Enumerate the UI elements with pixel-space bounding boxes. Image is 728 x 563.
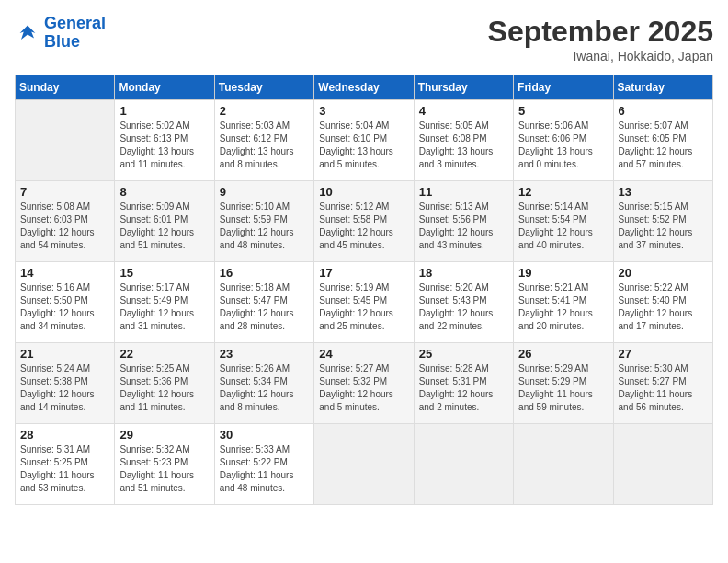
day-info: Sunrise: 5:25 AM Sunset: 5:36 PM Dayligh… xyxy=(119,362,209,414)
calendar-cell: 27Sunrise: 5:30 AM Sunset: 5:27 PM Dayli… xyxy=(613,343,712,424)
day-info: Sunrise: 5:18 AM Sunset: 5:47 PM Dayligh… xyxy=(220,282,309,333)
day-number: 10 xyxy=(319,185,408,199)
column-header-monday: Monday xyxy=(115,75,214,100)
day-number: 8 xyxy=(119,185,209,199)
calendar-cell: 12Sunrise: 5:14 AM Sunset: 5:54 PM Dayli… xyxy=(514,181,613,262)
day-info: Sunrise: 5:13 AM Sunset: 5:56 PM Dayligh… xyxy=(419,201,508,252)
calendar-cell: 10Sunrise: 5:12 AM Sunset: 5:58 PM Dayli… xyxy=(314,181,414,262)
day-info: Sunrise: 5:22 AM Sunset: 5:40 PM Dayligh… xyxy=(619,282,708,333)
day-info: Sunrise: 5:10 AM Sunset: 5:59 PM Dayligh… xyxy=(220,201,309,252)
calendar-cell: 15Sunrise: 5:17 AM Sunset: 5:49 PM Dayli… xyxy=(115,262,214,343)
day-number: 11 xyxy=(419,185,508,199)
day-info: Sunrise: 5:05 AM Sunset: 6:08 PM Dayligh… xyxy=(419,120,508,171)
calendar-cell: 23Sunrise: 5:26 AM Sunset: 5:34 PM Dayli… xyxy=(214,343,313,424)
month-title: September 2025 xyxy=(488,15,713,49)
day-number: 20 xyxy=(619,266,708,280)
calendar-cell: 9Sunrise: 5:10 AM Sunset: 5:59 PM Daylig… xyxy=(214,181,313,262)
calendar-cell xyxy=(414,424,513,505)
day-number: 17 xyxy=(319,266,408,280)
calendar-cell xyxy=(16,100,115,181)
day-number: 2 xyxy=(220,104,309,118)
week-row-1: 1Sunrise: 5:02 AM Sunset: 6:13 PM Daylig… xyxy=(16,100,713,181)
day-number: 5 xyxy=(518,104,608,118)
calendar-table: SundayMondayTuesdayWednesdayThursdayFrid… xyxy=(15,75,713,505)
day-number: 15 xyxy=(119,266,209,280)
day-number: 1 xyxy=(119,104,209,118)
day-info: Sunrise: 5:30 AM Sunset: 5:27 PM Dayligh… xyxy=(619,362,708,414)
day-info: Sunrise: 5:31 AM Sunset: 5:25 PM Dayligh… xyxy=(20,443,109,495)
logo-line2: Blue xyxy=(44,32,80,51)
calendar-cell: 29Sunrise: 5:32 AM Sunset: 5:23 PM Dayli… xyxy=(115,424,214,505)
day-number: 7 xyxy=(20,185,109,199)
column-header-sunday: Sunday xyxy=(16,75,115,100)
day-info: Sunrise: 5:27 AM Sunset: 5:32 PM Dayligh… xyxy=(319,362,408,414)
calendar-cell: 22Sunrise: 5:25 AM Sunset: 5:36 PM Dayli… xyxy=(115,343,214,424)
day-info: Sunrise: 5:12 AM Sunset: 5:58 PM Dayligh… xyxy=(319,201,408,252)
week-row-4: 21Sunrise: 5:24 AM Sunset: 5:38 PM Dayli… xyxy=(16,343,713,424)
calendar-cell: 30Sunrise: 5:33 AM Sunset: 5:22 PM Dayli… xyxy=(214,424,313,505)
calendar-cell: 6Sunrise: 5:07 AM Sunset: 6:05 PM Daylig… xyxy=(613,100,712,181)
column-header-thursday: Thursday xyxy=(414,75,513,100)
location: Iwanai, Hokkaido, Japan xyxy=(488,49,713,63)
calendar-cell: 2Sunrise: 5:03 AM Sunset: 6:12 PM Daylig… xyxy=(214,100,313,181)
calendar-cell: 1Sunrise: 5:02 AM Sunset: 6:13 PM Daylig… xyxy=(115,100,214,181)
calendar-cell: 16Sunrise: 5:18 AM Sunset: 5:47 PM Dayli… xyxy=(214,262,313,343)
column-header-saturday: Saturday xyxy=(613,75,712,100)
day-info: Sunrise: 5:20 AM Sunset: 5:43 PM Dayligh… xyxy=(419,282,508,333)
day-info: Sunrise: 5:21 AM Sunset: 5:41 PM Dayligh… xyxy=(518,282,608,333)
day-info: Sunrise: 5:15 AM Sunset: 5:52 PM Dayligh… xyxy=(619,201,708,252)
day-info: Sunrise: 5:29 AM Sunset: 5:29 PM Dayligh… xyxy=(518,362,608,414)
calendar-cell: 17Sunrise: 5:19 AM Sunset: 5:45 PM Dayli… xyxy=(314,262,414,343)
calendar-cell: 4Sunrise: 5:05 AM Sunset: 6:08 PM Daylig… xyxy=(414,100,513,181)
calendar-cell: 24Sunrise: 5:27 AM Sunset: 5:32 PM Dayli… xyxy=(314,343,414,424)
day-number: 13 xyxy=(619,185,708,199)
calendar-cell: 26Sunrise: 5:29 AM Sunset: 5:29 PM Dayli… xyxy=(514,343,613,424)
day-info: Sunrise: 5:19 AM Sunset: 5:45 PM Dayligh… xyxy=(319,282,408,333)
logo: General Blue xyxy=(15,15,106,52)
week-row-3: 14Sunrise: 5:16 AM Sunset: 5:50 PM Dayli… xyxy=(16,262,713,343)
day-number: 26 xyxy=(518,347,608,361)
day-number: 23 xyxy=(220,347,309,361)
day-number: 12 xyxy=(518,185,608,199)
day-number: 14 xyxy=(20,266,109,280)
calendar-cell: 7Sunrise: 5:08 AM Sunset: 6:03 PM Daylig… xyxy=(16,181,115,262)
day-info: Sunrise: 5:06 AM Sunset: 6:06 PM Dayligh… xyxy=(518,120,608,171)
calendar-cell xyxy=(314,424,414,505)
svg-marker-0 xyxy=(20,25,36,39)
day-number: 24 xyxy=(319,347,408,361)
day-info: Sunrise: 5:04 AM Sunset: 6:10 PM Dayligh… xyxy=(319,120,408,171)
calendar-cell: 5Sunrise: 5:06 AM Sunset: 6:06 PM Daylig… xyxy=(514,100,613,181)
day-info: Sunrise: 5:14 AM Sunset: 5:54 PM Dayligh… xyxy=(518,201,608,252)
calendar-cell: 21Sunrise: 5:24 AM Sunset: 5:38 PM Dayli… xyxy=(16,343,115,424)
column-header-tuesday: Tuesday xyxy=(214,75,313,100)
day-info: Sunrise: 5:32 AM Sunset: 5:23 PM Dayligh… xyxy=(119,443,209,495)
day-number: 29 xyxy=(119,428,209,442)
day-info: Sunrise: 5:07 AM Sunset: 6:05 PM Dayligh… xyxy=(619,120,708,171)
day-info: Sunrise: 5:02 AM Sunset: 6:13 PM Dayligh… xyxy=(119,120,209,171)
calendar-cell: 28Sunrise: 5:31 AM Sunset: 5:25 PM Dayli… xyxy=(16,424,115,505)
day-number: 3 xyxy=(319,104,408,118)
day-info: Sunrise: 5:33 AM Sunset: 5:22 PM Dayligh… xyxy=(220,443,309,495)
day-number: 30 xyxy=(220,428,309,442)
day-info: Sunrise: 5:17 AM Sunset: 5:49 PM Dayligh… xyxy=(119,282,209,333)
day-number: 25 xyxy=(419,347,508,361)
column-header-wednesday: Wednesday xyxy=(314,75,414,100)
day-number: 18 xyxy=(419,266,508,280)
day-info: Sunrise: 5:24 AM Sunset: 5:38 PM Dayligh… xyxy=(20,362,109,414)
calendar-cell: 25Sunrise: 5:28 AM Sunset: 5:31 PM Dayli… xyxy=(414,343,513,424)
calendar-cell: 19Sunrise: 5:21 AM Sunset: 5:41 PM Dayli… xyxy=(514,262,613,343)
day-number: 22 xyxy=(119,347,209,361)
day-number: 21 xyxy=(20,347,109,361)
title-block: September 2025 Iwanai, Hokkaido, Japan xyxy=(488,15,713,63)
day-number: 27 xyxy=(619,347,708,361)
calendar-header-row: SundayMondayTuesdayWednesdayThursdayFrid… xyxy=(16,75,713,100)
logo-line1: General xyxy=(44,14,106,32)
day-number: 19 xyxy=(518,266,608,280)
day-number: 4 xyxy=(419,104,508,118)
day-number: 6 xyxy=(619,104,708,118)
day-number: 28 xyxy=(20,428,109,442)
calendar-cell: 14Sunrise: 5:16 AM Sunset: 5:50 PM Dayli… xyxy=(16,262,115,343)
logo-text: General Blue xyxy=(44,15,106,52)
day-info: Sunrise: 5:28 AM Sunset: 5:31 PM Dayligh… xyxy=(419,362,508,414)
week-row-2: 7Sunrise: 5:08 AM Sunset: 6:03 PM Daylig… xyxy=(16,181,713,262)
